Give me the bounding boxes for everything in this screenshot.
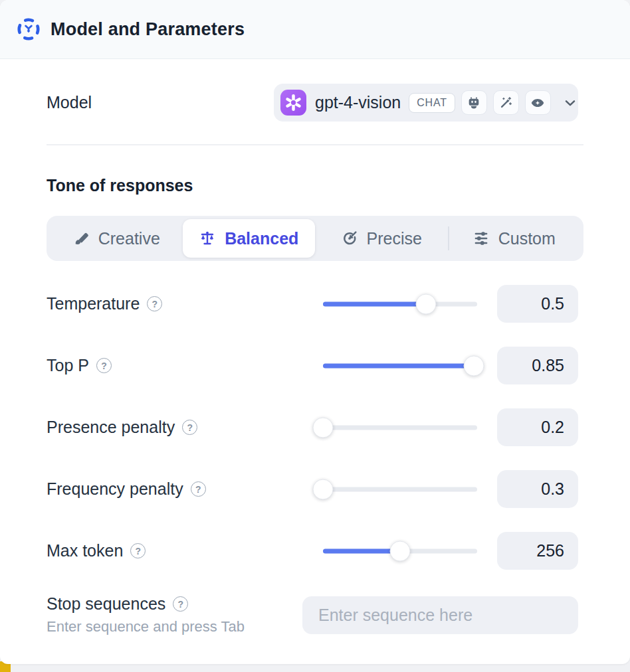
- parameter-label: Temperature: [47, 294, 140, 313]
- parameter-row-max-token: Max token ? 256: [0, 532, 630, 570]
- parameter-label: Frequency penalty: [47, 479, 183, 499]
- chat-type-badge: CHAT: [409, 93, 455, 113]
- stop-sequences-label: Stop sequences: [47, 594, 165, 614]
- panel-header: Model and Parameters: [0, 0, 630, 59]
- target-icon: [341, 230, 358, 247]
- slider-thumb[interactable]: [464, 355, 484, 376]
- help-icon[interactable]: ?: [147, 296, 162, 311]
- presence-penalty-value: 0.2: [497, 408, 578, 446]
- tone-option-label: Creative: [98, 229, 160, 248]
- temperature-value: 0.5: [497, 285, 578, 323]
- tone-option-creative[interactable]: Creative: [50, 219, 183, 258]
- model-row: Model gpt-4-vi: [0, 84, 630, 122]
- model-select-dropdown[interactable]: gpt-4-vision CHAT: [274, 84, 578, 122]
- top-p-value: 0.85: [497, 347, 578, 384]
- frequency-penalty-slider[interactable]: [323, 478, 477, 501]
- parameter-row-frequency-penalty: Frequency penalty ? 0.3: [0, 470, 630, 508]
- slider-thumb[interactable]: [313, 417, 334, 438]
- slider-fill: [323, 301, 426, 306]
- tone-option-label: Custom: [498, 229, 556, 248]
- tone-heading: Tone of responses: [47, 176, 583, 195]
- help-icon[interactable]: ?: [96, 358, 112, 373]
- tone-option-custom[interactable]: Custom: [448, 219, 581, 258]
- openai-logo: [280, 90, 306, 116]
- stop-sequences-row: Stop sequences ? Enter sequence and pres…: [0, 594, 630, 635]
- robot-icon: [461, 90, 487, 115]
- slider-thumb[interactable]: [416, 294, 437, 314]
- selected-model-name: gpt-4-vision: [315, 93, 401, 112]
- sliders-icon: [472, 230, 490, 247]
- tone-option-label: Precise: [367, 229, 422, 248]
- tone-option-label: Balanced: [225, 229, 298, 248]
- tone-option-precise[interactable]: Precise: [315, 219, 448, 258]
- model-label: Model: [47, 93, 274, 112]
- frequency-penalty-value: 0.3: [497, 470, 578, 508]
- max-token-slider[interactable]: [323, 540, 477, 562]
- tone-segmented-control: Creative Balanced: [47, 216, 583, 261]
- stop-sequences-hint: Enter sequence and press Tab: [47, 618, 302, 635]
- parameter-label: Top P: [47, 356, 89, 375]
- parameter-row-presence-penalty: Presence penalty ? 0.2: [0, 408, 630, 446]
- help-icon[interactable]: ?: [191, 481, 206, 497]
- section-divider: [47, 144, 583, 145]
- parameter-label: Presence penalty: [47, 418, 175, 437]
- vision-eye-icon: [525, 90, 551, 115]
- balance-scale-icon: [199, 230, 216, 247]
- parameter-row-top-p: Top P ? 0.85: [0, 347, 630, 384]
- slider-thumb[interactable]: [390, 541, 411, 561]
- parameter-label: Max token: [47, 541, 123, 560]
- presence-penalty-slider[interactable]: [323, 416, 477, 439]
- panel-title: Model and Parameters: [51, 19, 245, 40]
- top-p-slider[interactable]: [323, 355, 477, 377]
- chevron-down-icon: [562, 95, 578, 111]
- help-icon[interactable]: ?: [130, 543, 146, 558]
- stop-sequence-input[interactable]: [302, 596, 578, 634]
- slider-track: [323, 425, 477, 430]
- tone-option-balanced[interactable]: Balanced: [183, 219, 316, 258]
- temperature-slider[interactable]: [323, 293, 477, 315]
- slider-fill: [323, 548, 400, 553]
- help-icon[interactable]: ?: [173, 596, 188, 612]
- merge-focus-icon: [16, 17, 41, 42]
- paintbrush-icon: [72, 230, 90, 247]
- model-and-parameters-panel: Model and Parameters Model: [0, 0, 630, 664]
- slider-track: [323, 487, 477, 491]
- parameter-row-temperature: Temperature ? 0.5: [0, 285, 630, 323]
- slider-fill: [323, 363, 474, 368]
- slider-thumb[interactable]: [313, 479, 334, 499]
- max-token-value: 256: [497, 532, 578, 570]
- help-icon[interactable]: ?: [182, 420, 197, 435]
- magic-wand-icon: [493, 90, 519, 115]
